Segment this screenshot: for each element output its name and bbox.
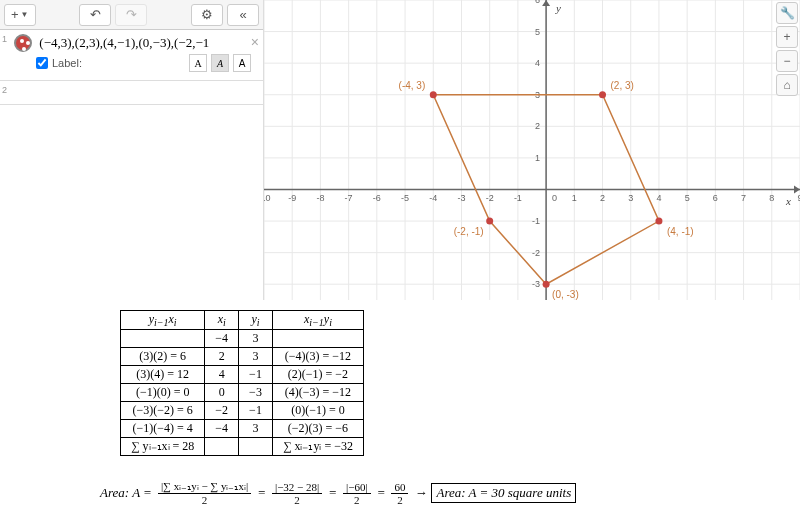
svg-text:2: 2: [535, 121, 540, 131]
svg-text:5: 5: [685, 193, 690, 203]
table-row: (−3)(−2) = 6−2−1(0)(−1) = 0: [121, 402, 364, 420]
svg-text:-2: -2: [532, 248, 540, 258]
home-icon: ⌂: [783, 78, 790, 92]
svg-text:-3: -3: [532, 279, 540, 289]
sum-y-cell: [239, 438, 273, 456]
gear-icon: ⚙: [201, 7, 213, 22]
svg-text:-9: -9: [288, 193, 296, 203]
svg-text:4: 4: [535, 58, 540, 68]
table-cell: 0: [205, 384, 239, 402]
frac-4: 602: [391, 481, 408, 506]
table-header-col2: xi: [205, 311, 239, 330]
frac-3: |−60|2: [343, 481, 371, 506]
collapse-button[interactable]: «: [227, 4, 259, 26]
settings-button[interactable]: ⚙: [191, 4, 223, 26]
svg-text:-5: -5: [401, 193, 409, 203]
sum-left-cell: ∑ yᵢ₋₁xᵢ = 28: [121, 438, 205, 456]
add-expression-button[interactable]: +▼: [4, 4, 36, 26]
area-formula: Area: A = |∑ xᵢ₋₁yᵢ − ∑ yᵢ₋₁xᵢ|2 = |−32 …: [100, 480, 576, 506]
font-sans-button[interactable]: A: [233, 54, 251, 72]
table-cell: −4: [205, 420, 239, 438]
svg-text:(-2, -1): (-2, -1): [454, 226, 484, 237]
expression-row-2[interactable]: 2: [0, 81, 263, 105]
chevron-down-icon: ▼: [21, 10, 29, 19]
table-cell: 3: [239, 348, 273, 366]
frac-2: |−32 − 28|2: [272, 481, 322, 506]
undo-icon: ↶: [90, 7, 101, 22]
table-cell: (−1)(−4) = 4: [121, 420, 205, 438]
coordinate-graph[interactable]: -10-9-8-7-6-5-4-3-2-1123456789-3-2-11234…: [264, 0, 800, 300]
table-cell: [272, 330, 363, 348]
expression-panel: +▼ ↶ ↷ ⚙ « 1 (−4,3),(2,3),(4,−1),(0,−3),…: [0, 0, 264, 300]
zoom-in-button[interactable]: +: [776, 26, 798, 48]
expression-index-2: 2: [2, 85, 7, 95]
formula-lhs: Area: A =: [100, 485, 152, 501]
minus-icon: −: [783, 54, 790, 68]
svg-text:-4: -4: [429, 193, 437, 203]
table-cell: (−3)(−2) = 6: [121, 402, 205, 420]
frac-1: |∑ xᵢ₋₁yᵢ − ∑ yᵢ₋₁xᵢ|2: [158, 480, 251, 506]
close-icon[interactable]: ×: [251, 34, 259, 50]
eq-1: =: [257, 485, 266, 501]
table-row: (3)(2) = 623(−4)(3) = −12: [121, 348, 364, 366]
svg-text:-2: -2: [486, 193, 494, 203]
arrow: →: [414, 485, 427, 501]
svg-text:3: 3: [628, 193, 633, 203]
table-cell: (3)(2) = 6: [121, 348, 205, 366]
table-cell: (4)(−3) = −12: [272, 384, 363, 402]
svg-text:1: 1: [572, 193, 577, 203]
expression-index: 1: [2, 34, 7, 44]
table-cell: 4: [205, 366, 239, 384]
table-cell: (−1)(0) = 0: [121, 384, 205, 402]
expression-text[interactable]: (−4,3),(2,3),(4,−1),(0,−3),(−2,−1: [39, 35, 209, 50]
font-serif-button[interactable]: A: [189, 54, 207, 72]
undo-button[interactable]: ↶: [79, 4, 111, 26]
table-cell: 3: [239, 420, 273, 438]
table-row: −43: [121, 330, 364, 348]
table-cell: −1: [239, 366, 273, 384]
redo-button[interactable]: ↷: [115, 4, 147, 26]
svg-text:(2, 3): (2, 3): [611, 80, 634, 91]
table-row: (−1)(0) = 00−3(4)(−3) = −12: [121, 384, 364, 402]
svg-text:6: 6: [535, 0, 540, 5]
table-cell: −1: [239, 402, 273, 420]
table-row: (3)(4) = 124−1(2)(−1) = −2: [121, 366, 364, 384]
svg-text:(0, -3): (0, -3): [552, 289, 579, 300]
svg-text:8: 8: [769, 193, 774, 203]
graph-tools: 🔧 + − ⌂: [776, 2, 798, 96]
svg-point-62: [430, 91, 437, 98]
sum-x-cell: [205, 438, 239, 456]
table-cell: −4: [205, 330, 239, 348]
svg-text:6: 6: [713, 193, 718, 203]
home-button[interactable]: ⌂: [776, 74, 798, 96]
graph-settings-button[interactable]: 🔧: [776, 2, 798, 24]
table-cell: (3)(4) = 12: [121, 366, 205, 384]
table-header-col4: xi−1yi: [272, 311, 363, 330]
y-axis-label: y: [555, 2, 561, 14]
sum-right-cell: ∑ xᵢ₋₁yᵢ = −32: [272, 438, 363, 456]
expression-toolbar: +▼ ↶ ↷ ⚙ «: [0, 0, 263, 30]
plus-icon: +: [11, 7, 19, 22]
expression-row-1[interactable]: 1 (−4,3),(2,3),(4,−1),(0,−3),(−2,−1 × La…: [0, 30, 263, 81]
table-header-col3: yi: [239, 311, 273, 330]
graph-panel[interactable]: 🔧 + − ⌂ -10-9-8-7-6-5-4-3-2-1123456789-3…: [264, 0, 800, 300]
table-cell: (−4)(3) = −12: [272, 348, 363, 366]
svg-point-64: [599, 91, 606, 98]
svg-text:-7: -7: [345, 193, 353, 203]
svg-text:7: 7: [741, 193, 746, 203]
label-options-row: Label: A A A: [6, 52, 257, 76]
svg-text:-6: -6: [373, 193, 381, 203]
svg-text:(4, -1): (4, -1): [667, 226, 694, 237]
points-icon[interactable]: [14, 34, 32, 52]
table-cell: 2: [205, 348, 239, 366]
svg-text:-10: -10: [264, 193, 271, 203]
zoom-out-button[interactable]: −: [776, 50, 798, 72]
svg-text:-3: -3: [457, 193, 465, 203]
formula-result: Area: A = 30 square units: [431, 483, 576, 503]
font-italic-button[interactable]: A: [211, 54, 229, 72]
svg-text:-1: -1: [532, 216, 540, 226]
table-cell: (−2)(3) = −6: [272, 420, 363, 438]
table-cell: (0)(−1) = 0: [272, 402, 363, 420]
table-cell: −3: [239, 384, 273, 402]
label-checkbox[interactable]: [36, 57, 48, 69]
